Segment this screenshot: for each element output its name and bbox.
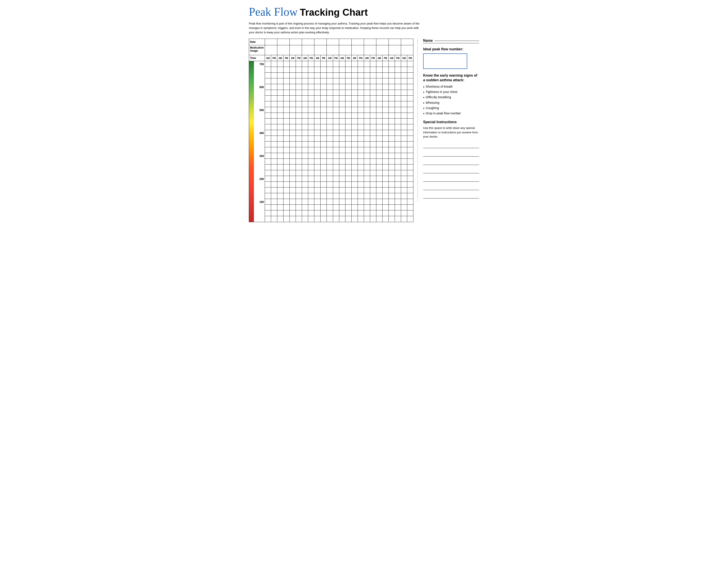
grid-cell — [265, 78, 271, 84]
grid-cell — [345, 67, 352, 72]
grid-cell — [277, 164, 283, 170]
grid-cell — [376, 193, 383, 199]
time-cell-pm: PM — [345, 55, 352, 61]
grid-cell — [364, 147, 370, 153]
grid-cell — [314, 101, 321, 107]
grid-cell — [376, 170, 383, 176]
grid-cell — [395, 147, 401, 153]
grid-cell — [296, 118, 302, 124]
grid-cell — [296, 170, 302, 176]
grid-cell — [364, 67, 370, 72]
grid-cell — [395, 136, 401, 141]
grid-cell — [383, 199, 389, 204]
grid-cell — [389, 107, 395, 113]
grid-cell — [345, 147, 352, 153]
grid-cell — [290, 187, 296, 193]
grid-cell — [383, 205, 389, 210]
grid-cell — [389, 84, 395, 90]
grid-cell — [271, 205, 277, 210]
grid-row — [265, 61, 413, 67]
grid-cell — [383, 182, 389, 187]
grid-cell — [302, 187, 308, 193]
time-cell-am: AM — [302, 55, 308, 61]
grid-area — [265, 61, 413, 222]
time-cells: AM PM AM PM AM PM AM PM AM PM AM PM AM P… — [265, 55, 413, 61]
gradient-bar — [249, 61, 254, 222]
time-label: Time — [249, 55, 265, 61]
grid-cell — [395, 164, 401, 170]
grid-cell — [407, 193, 413, 199]
grid-cell — [308, 61, 314, 67]
grid-cell — [370, 147, 376, 153]
grid-cell — [407, 101, 413, 107]
grid-cell — [333, 187, 339, 193]
grid-cell — [401, 216, 407, 222]
grid-cell — [327, 147, 333, 153]
grid-row — [265, 205, 413, 210]
grid-cell — [333, 193, 339, 199]
grid-cell — [308, 182, 314, 187]
grid-cell — [327, 67, 333, 72]
grid-cell — [277, 170, 283, 176]
grid-cell — [358, 210, 364, 216]
grid-row — [265, 153, 413, 159]
grid-cell — [358, 199, 364, 204]
grid-cell — [265, 84, 271, 90]
grid-cell — [370, 78, 376, 84]
grid-cell — [358, 187, 364, 193]
grid-cell — [352, 159, 358, 164]
grid-cell — [283, 78, 290, 84]
grid-cell — [395, 118, 401, 124]
grid-cell — [339, 182, 345, 187]
grid-cell — [352, 130, 358, 135]
grid-row — [265, 164, 413, 170]
grid-cell — [339, 170, 345, 176]
grid-cell — [352, 164, 358, 170]
grid-cell — [395, 73, 401, 78]
ideal-flow-label: Ideal peak flow number: — [423, 47, 479, 51]
grid-cell — [327, 187, 333, 193]
grid-row — [265, 90, 413, 96]
grid-cell — [271, 182, 277, 187]
grid-cell — [321, 118, 327, 124]
grid-cell — [308, 90, 314, 95]
med-cell — [339, 45, 351, 55]
grid-cell — [321, 90, 327, 95]
grid-cell — [265, 96, 271, 101]
grid-cell — [389, 170, 395, 176]
grid-cell — [383, 170, 389, 176]
grid-cell — [364, 176, 370, 181]
grid-cell — [321, 164, 327, 170]
grid-cell — [314, 164, 321, 170]
grid-cell — [327, 73, 333, 78]
grid-cell — [364, 141, 370, 147]
grid-cell — [364, 130, 370, 135]
grid-cell — [376, 216, 383, 222]
ideal-flow-box[interactable] — [423, 53, 467, 69]
grid-cell — [352, 73, 358, 78]
y-label-300: 300 — [259, 154, 264, 158]
grid-cell — [407, 210, 413, 216]
grid-cell — [327, 176, 333, 181]
grid-cell — [290, 159, 296, 164]
grid-cell — [321, 159, 327, 164]
grid-cell — [364, 101, 370, 107]
grid-cell — [395, 170, 401, 176]
warning-item: Drop in peak flow number — [423, 111, 479, 116]
time-cell-am: AM — [389, 55, 395, 61]
grid-cell — [407, 164, 413, 170]
y-label-700: 700 — [259, 63, 264, 66]
grid-cell — [352, 216, 358, 222]
grid-cell — [364, 205, 370, 210]
grid-cell — [383, 67, 389, 72]
grid-cell — [364, 136, 370, 141]
grid-row — [265, 118, 413, 124]
grid-cell — [339, 73, 345, 78]
grid-cell — [358, 78, 364, 84]
med-cell — [314, 45, 327, 55]
time-cell-am: AM — [314, 55, 321, 61]
grid-cell — [383, 107, 389, 113]
date-cell — [277, 39, 290, 45]
grid-row — [265, 96, 413, 101]
grid-cell — [333, 73, 339, 78]
